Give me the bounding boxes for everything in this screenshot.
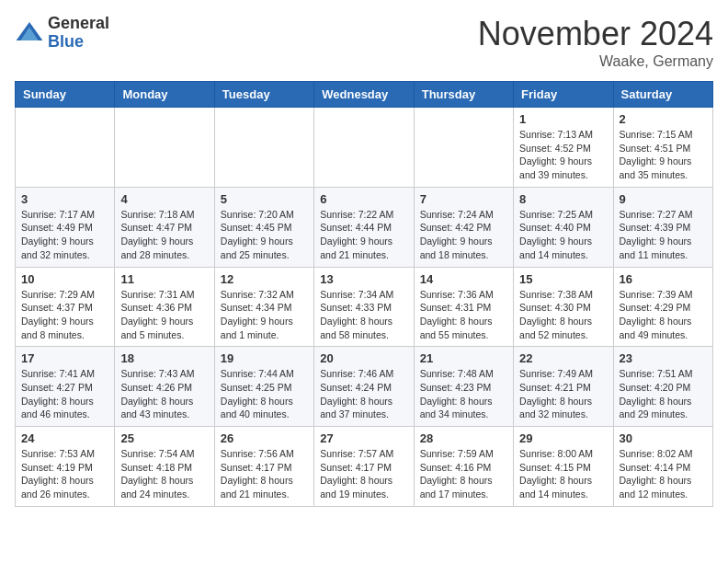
weekday-header-wednesday: Wednesday bbox=[314, 82, 414, 108]
week-row-2: 10Sunrise: 7:29 AM Sunset: 4:37 PM Dayli… bbox=[16, 267, 713, 347]
day-info: Sunrise: 7:29 AM Sunset: 4:37 PM Dayligh… bbox=[21, 288, 108, 342]
day-info: Sunrise: 7:27 AM Sunset: 4:39 PM Dayligh… bbox=[620, 208, 707, 262]
day-number: 23 bbox=[620, 351, 707, 365]
day-number: 4 bbox=[120, 192, 208, 206]
day-info: Sunrise: 8:00 AM Sunset: 4:15 PM Dayligh… bbox=[519, 447, 607, 501]
day-info: Sunrise: 7:22 AM Sunset: 4:44 PM Dayligh… bbox=[320, 208, 407, 262]
day-cell: 19Sunrise: 7:44 AM Sunset: 4:25 PM Dayli… bbox=[214, 347, 313, 427]
day-info: Sunrise: 7:25 AM Sunset: 4:40 PM Dayligh… bbox=[519, 208, 607, 262]
day-cell: 15Sunrise: 7:38 AM Sunset: 4:30 PM Dayli… bbox=[514, 267, 613, 347]
day-info: Sunrise: 7:24 AM Sunset: 4:42 PM Dayligh… bbox=[420, 208, 507, 262]
day-cell: 5Sunrise: 7:20 AM Sunset: 4:45 PM Daylig… bbox=[214, 187, 313, 267]
day-number: 5 bbox=[221, 192, 308, 206]
weekday-header-friday: Friday bbox=[514, 82, 613, 108]
day-cell: 23Sunrise: 7:51 AM Sunset: 4:20 PM Dayli… bbox=[613, 347, 712, 427]
logo-blue-text: Blue bbox=[48, 33, 109, 52]
day-cell bbox=[16, 108, 115, 188]
day-info: Sunrise: 7:43 AM Sunset: 4:26 PM Dayligh… bbox=[120, 367, 208, 421]
day-cell: 8Sunrise: 7:25 AM Sunset: 4:40 PM Daylig… bbox=[514, 187, 613, 267]
day-cell: 4Sunrise: 7:18 AM Sunset: 4:47 PM Daylig… bbox=[115, 187, 214, 267]
day-number: 22 bbox=[519, 351, 607, 365]
day-cell: 28Sunrise: 7:59 AM Sunset: 4:16 PM Dayli… bbox=[414, 427, 513, 507]
day-number: 7 bbox=[420, 192, 507, 206]
day-cell bbox=[214, 108, 313, 188]
day-info: Sunrise: 7:18 AM Sunset: 4:47 PM Dayligh… bbox=[120, 208, 208, 262]
day-cell: 3Sunrise: 7:17 AM Sunset: 4:49 PM Daylig… bbox=[16, 187, 115, 267]
day-info: Sunrise: 7:59 AM Sunset: 4:16 PM Dayligh… bbox=[420, 447, 507, 501]
weekday-header-thursday: Thursday bbox=[414, 82, 513, 108]
month-title: November 2024 bbox=[478, 15, 713, 53]
day-info: Sunrise: 7:32 AM Sunset: 4:34 PM Dayligh… bbox=[221, 288, 308, 342]
day-info: Sunrise: 7:56 AM Sunset: 4:17 PM Dayligh… bbox=[221, 447, 308, 501]
week-row-4: 24Sunrise: 7:53 AM Sunset: 4:19 PM Dayli… bbox=[16, 427, 713, 507]
day-number: 1 bbox=[519, 112, 607, 126]
day-number: 8 bbox=[519, 192, 607, 206]
day-number: 24 bbox=[21, 431, 108, 445]
day-cell: 20Sunrise: 7:46 AM Sunset: 4:24 PM Dayli… bbox=[314, 347, 414, 427]
day-cell: 16Sunrise: 7:39 AM Sunset: 4:29 PM Dayli… bbox=[613, 267, 712, 347]
day-info: Sunrise: 8:02 AM Sunset: 4:14 PM Dayligh… bbox=[620, 447, 707, 501]
weekday-header-row: SundayMondayTuesdayWednesdayThursdayFrid… bbox=[16, 82, 713, 108]
day-number: 9 bbox=[620, 192, 707, 206]
logo-text: General Blue bbox=[48, 15, 109, 52]
day-cell bbox=[115, 108, 214, 188]
day-number: 18 bbox=[120, 351, 208, 365]
day-number: 19 bbox=[221, 351, 308, 365]
day-info: Sunrise: 7:17 AM Sunset: 4:49 PM Dayligh… bbox=[21, 208, 108, 262]
day-info: Sunrise: 7:20 AM Sunset: 4:45 PM Dayligh… bbox=[221, 208, 308, 262]
day-cell: 24Sunrise: 7:53 AM Sunset: 4:19 PM Dayli… bbox=[16, 427, 115, 507]
day-number: 26 bbox=[221, 431, 308, 445]
day-number: 16 bbox=[620, 272, 707, 286]
day-info: Sunrise: 7:13 AM Sunset: 4:52 PM Dayligh… bbox=[519, 128, 607, 182]
day-info: Sunrise: 7:48 AM Sunset: 4:23 PM Dayligh… bbox=[420, 367, 507, 421]
day-info: Sunrise: 7:53 AM Sunset: 4:19 PM Dayligh… bbox=[21, 447, 108, 501]
day-number: 10 bbox=[21, 272, 108, 286]
day-number: 17 bbox=[21, 351, 108, 365]
day-info: Sunrise: 7:49 AM Sunset: 4:21 PM Dayligh… bbox=[519, 367, 607, 421]
weekday-header-tuesday: Tuesday bbox=[214, 82, 313, 108]
day-number: 3 bbox=[21, 192, 108, 206]
day-info: Sunrise: 7:57 AM Sunset: 4:17 PM Dayligh… bbox=[320, 447, 407, 501]
day-number: 25 bbox=[120, 431, 208, 445]
day-info: Sunrise: 7:41 AM Sunset: 4:27 PM Dayligh… bbox=[21, 367, 108, 421]
day-cell: 14Sunrise: 7:36 AM Sunset: 4:31 PM Dayli… bbox=[414, 267, 513, 347]
day-info: Sunrise: 7:51 AM Sunset: 4:20 PM Dayligh… bbox=[620, 367, 707, 421]
day-cell: 6Sunrise: 7:22 AM Sunset: 4:44 PM Daylig… bbox=[314, 187, 414, 267]
day-number: 11 bbox=[120, 272, 208, 286]
day-number: 28 bbox=[420, 431, 507, 445]
day-info: Sunrise: 7:38 AM Sunset: 4:30 PM Dayligh… bbox=[519, 288, 607, 342]
day-number: 20 bbox=[320, 351, 407, 365]
day-cell: 22Sunrise: 7:49 AM Sunset: 4:21 PM Dayli… bbox=[514, 347, 613, 427]
week-row-1: 3Sunrise: 7:17 AM Sunset: 4:49 PM Daylig… bbox=[16, 187, 713, 267]
day-number: 14 bbox=[420, 272, 507, 286]
title-block: November 2024 Waake, Germany bbox=[478, 15, 713, 70]
day-number: 2 bbox=[620, 112, 707, 126]
day-cell: 18Sunrise: 7:43 AM Sunset: 4:26 PM Dayli… bbox=[115, 347, 214, 427]
day-cell: 13Sunrise: 7:34 AM Sunset: 4:33 PM Dayli… bbox=[314, 267, 414, 347]
day-cell: 11Sunrise: 7:31 AM Sunset: 4:36 PM Dayli… bbox=[115, 267, 214, 347]
logo: General Blue bbox=[15, 15, 109, 52]
weekday-header-sunday: Sunday bbox=[16, 82, 115, 108]
day-cell: 12Sunrise: 7:32 AM Sunset: 4:34 PM Dayli… bbox=[214, 267, 313, 347]
day-info: Sunrise: 7:15 AM Sunset: 4:51 PM Dayligh… bbox=[620, 128, 707, 182]
day-number: 13 bbox=[320, 272, 407, 286]
week-row-3: 17Sunrise: 7:41 AM Sunset: 4:27 PM Dayli… bbox=[16, 347, 713, 427]
day-cell: 29Sunrise: 8:00 AM Sunset: 4:15 PM Dayli… bbox=[514, 427, 613, 507]
day-number: 21 bbox=[420, 351, 507, 365]
page-header: General Blue November 2024 Waake, German… bbox=[15, 15, 713, 70]
day-info: Sunrise: 7:36 AM Sunset: 4:31 PM Dayligh… bbox=[420, 288, 507, 342]
day-number: 27 bbox=[320, 431, 407, 445]
day-cell: 9Sunrise: 7:27 AM Sunset: 4:39 PM Daylig… bbox=[613, 187, 712, 267]
day-cell: 21Sunrise: 7:48 AM Sunset: 4:23 PM Dayli… bbox=[414, 347, 513, 427]
day-number: 15 bbox=[519, 272, 607, 286]
day-cell: 7Sunrise: 7:24 AM Sunset: 4:42 PM Daylig… bbox=[414, 187, 513, 267]
weekday-header-monday: Monday bbox=[115, 82, 214, 108]
week-row-0: 1Sunrise: 7:13 AM Sunset: 4:52 PM Daylig… bbox=[16, 108, 713, 188]
day-cell: 2Sunrise: 7:15 AM Sunset: 4:51 PM Daylig… bbox=[613, 108, 712, 188]
day-info: Sunrise: 7:54 AM Sunset: 4:18 PM Dayligh… bbox=[120, 447, 208, 501]
day-number: 29 bbox=[519, 431, 607, 445]
day-cell: 26Sunrise: 7:56 AM Sunset: 4:17 PM Dayli… bbox=[214, 427, 313, 507]
day-cell: 30Sunrise: 8:02 AM Sunset: 4:14 PM Dayli… bbox=[613, 427, 712, 507]
day-cell: 1Sunrise: 7:13 AM Sunset: 4:52 PM Daylig… bbox=[514, 108, 613, 188]
day-number: 6 bbox=[320, 192, 407, 206]
